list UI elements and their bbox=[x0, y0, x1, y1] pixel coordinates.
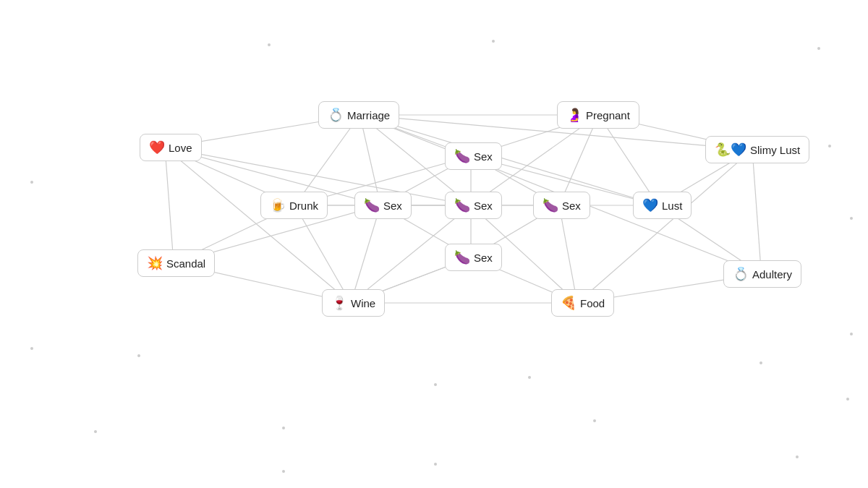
background-dot bbox=[528, 376, 531, 379]
connection-line bbox=[295, 205, 352, 303]
node-label-adultery: Adultery bbox=[752, 268, 792, 281]
node-icon-pregnant: 🤰 bbox=[566, 107, 582, 123]
node-icon-sex4: 🍆 bbox=[454, 249, 470, 265]
background-dot bbox=[846, 398, 849, 401]
node-label-lust: Lust bbox=[662, 200, 682, 212]
node-label-pregnant: Pregnant bbox=[586, 109, 630, 121]
background-dot bbox=[434, 463, 437, 466]
node-label-sex4: Sex bbox=[474, 252, 493, 264]
node-sex5[interactable]: 🍆Sex bbox=[533, 192, 590, 219]
node-food[interactable]: 🍕Food bbox=[551, 289, 614, 317]
background-dot bbox=[828, 145, 831, 147]
node-wine[interactable]: 🍷Wine bbox=[322, 289, 385, 317]
node-icon-food: 🍕 bbox=[561, 295, 576, 311]
node-label-scandal: Scandal bbox=[166, 257, 205, 270]
node-label-marriage: Marriage bbox=[347, 109, 390, 121]
node-label-slimylust: Slimy Lust bbox=[750, 144, 800, 156]
connection-line bbox=[165, 147, 351, 303]
node-icon-adultery: 💍 bbox=[733, 266, 749, 282]
node-label-sex1: Sex bbox=[383, 200, 402, 212]
node-marriage[interactable]: 💍Marriage bbox=[318, 101, 399, 129]
background-dot bbox=[817, 47, 820, 50]
background-dot bbox=[268, 43, 271, 46]
connection-line bbox=[165, 147, 174, 263]
node-icon-wine: 🍷 bbox=[331, 295, 347, 311]
connection-line bbox=[752, 150, 762, 274]
node-icon-sex1: 🍆 bbox=[364, 197, 380, 213]
node-label-drunk: Drunk bbox=[289, 200, 318, 212]
connections-svg bbox=[0, 0, 868, 488]
background-dot bbox=[30, 347, 33, 350]
background-dot bbox=[94, 430, 97, 433]
node-label-sex2: Sex bbox=[474, 150, 493, 163]
background-dot bbox=[137, 354, 140, 357]
node-sex4[interactable]: 🍆Sex bbox=[445, 244, 502, 271]
background-dot bbox=[796, 455, 799, 458]
background-dot bbox=[850, 333, 853, 335]
node-icon-drunk: 🍺 bbox=[270, 197, 286, 213]
background-dot bbox=[282, 470, 285, 473]
node-icon-sex5: 🍆 bbox=[542, 197, 558, 213]
node-sex3[interactable]: 🍆Sex bbox=[445, 192, 502, 219]
node-adultery[interactable]: 💍Adultery bbox=[723, 260, 801, 288]
node-pregnant[interactable]: 🤰Pregnant bbox=[557, 101, 639, 129]
connection-line bbox=[360, 115, 753, 150]
node-icon-lust: 💙 bbox=[642, 197, 658, 213]
background-dot bbox=[850, 217, 853, 220]
node-drunk[interactable]: 🍺Drunk bbox=[260, 192, 328, 219]
node-label-sex3: Sex bbox=[474, 200, 493, 212]
node-icon-marriage: 💍 bbox=[328, 107, 344, 123]
connection-line bbox=[559, 205, 577, 303]
node-lust[interactable]: 💙Lust bbox=[633, 192, 692, 219]
node-label-love: Love bbox=[169, 142, 192, 154]
node-icon-sex2: 🍆 bbox=[454, 148, 470, 164]
node-label-wine: Wine bbox=[351, 297, 375, 309]
node-scandal[interactable]: 💥Scandal bbox=[137, 249, 215, 277]
node-sex2[interactable]: 🍆Sex bbox=[445, 142, 502, 170]
background-dot bbox=[30, 181, 33, 184]
node-icon-slimylust: 🐍💙 bbox=[715, 142, 746, 158]
node-sex1[interactable]: 🍆Sex bbox=[354, 192, 412, 219]
node-label-food: Food bbox=[580, 297, 605, 309]
node-love[interactable]: ❤️Love bbox=[140, 134, 202, 161]
background-dot bbox=[434, 383, 437, 386]
background-dot bbox=[282, 427, 285, 429]
connection-line bbox=[351, 205, 380, 303]
background-dot bbox=[760, 361, 762, 364]
node-icon-sex3: 🍆 bbox=[454, 197, 470, 213]
node-icon-love: ❤️ bbox=[149, 140, 165, 155]
node-label-sex5: Sex bbox=[562, 200, 581, 212]
node-slimylust[interactable]: 🐍💙Slimy Lust bbox=[705, 136, 809, 163]
background-dot bbox=[492, 40, 495, 43]
node-icon-scandal: 💥 bbox=[147, 255, 163, 271]
background-dot bbox=[593, 419, 596, 422]
